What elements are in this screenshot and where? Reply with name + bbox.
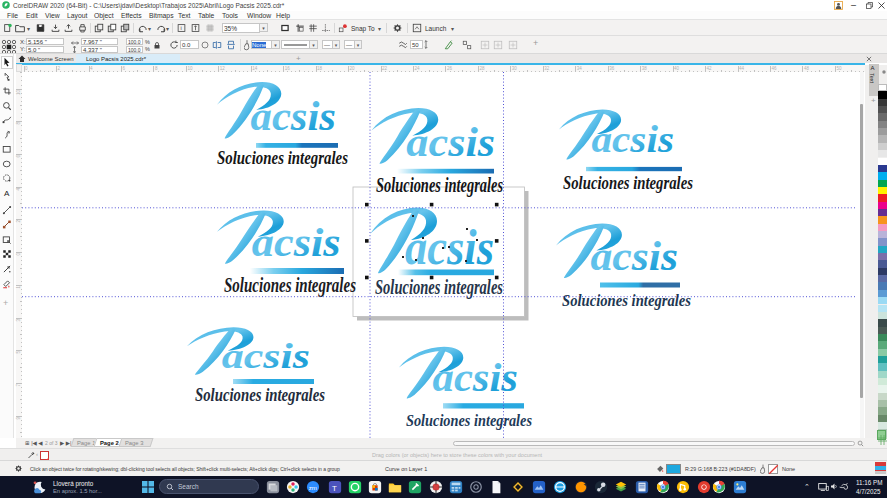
svg-text:T: T bbox=[332, 484, 337, 493]
svg-text:i: i bbox=[180, 25, 181, 31]
svg-text:Soluciones integrales: Soluciones integrales bbox=[217, 147, 348, 168]
svg-text:zm: zm bbox=[309, 484, 317, 491]
svg-text:Soluciones integrales: Soluciones integrales bbox=[375, 275, 503, 299]
svg-text:Soluciones integrales: Soluciones integrales bbox=[224, 274, 356, 297]
svg-text:Soluciones integrales: Soluciones integrales bbox=[376, 174, 503, 197]
svg-text:Soluciones integrales: Soluciones integrales bbox=[562, 290, 691, 310]
svg-text:A: A bbox=[4, 189, 10, 198]
svg-text:Soluciones integrales: Soluciones integrales bbox=[195, 385, 325, 405]
svg-text:Soluciones integrales: Soluciones integrales bbox=[406, 411, 532, 430]
svg-text:Soluciones integrales: Soluciones integrales bbox=[563, 173, 693, 193]
